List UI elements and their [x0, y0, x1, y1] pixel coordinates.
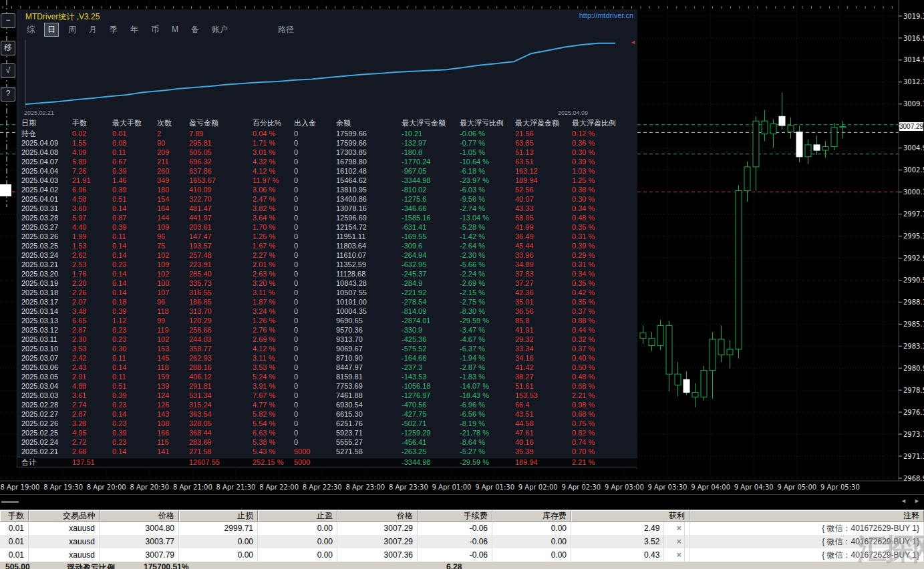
stats-cell: 120.29 — [185, 316, 249, 325]
stats-cell: 2.87 — [68, 325, 108, 335]
stats-cell: 118 — [153, 363, 185, 372]
menu-item-周[interactable]: 周 — [65, 23, 79, 36]
table-row[interactable]: 0.01xauusd3003.770.000.003007.29-0.060.0… — [0, 535, 924, 548]
stats-col-header: 最大浮盈金额 — [511, 118, 568, 128]
scroll-right-icon[interactable]: ► — [914, 498, 920, 504]
stats-cell: 291.81 — [185, 381, 249, 391]
table-row: 2025.02.263.280.23108328.055.54 %06251.7… — [17, 419, 637, 428]
positions-cell: 0.00 — [258, 522, 337, 535]
stats-cell: 0.48 % — [568, 372, 637, 381]
stats-cell: 109 — [153, 260, 185, 269]
stats-cell: 38.27 — [511, 372, 568, 381]
positions-col-header: 止损 — [179, 510, 258, 522]
table-row[interactable]: 0.01xauusd3007.790.000.003007.36-0.060.0… — [0, 548, 924, 562]
close-position-icon[interactable]: × — [672, 535, 685, 548]
stats-cell: -5.27 % — [456, 447, 511, 456]
stats-cell: 2 — [153, 129, 185, 138]
menu-item-日[interactable]: 日 — [45, 23, 58, 36]
stats-cell: 153 — [153, 344, 185, 353]
minimize-button[interactable]: − — [1, 13, 15, 28]
stats-cell: 0.11 — [108, 148, 153, 157]
menu-item-路径[interactable]: 路径 — [275, 23, 297, 36]
scroll-left-icon[interactable]: ◄ — [901, 498, 907, 504]
positions-table-body: 0.01xauusd3004.802999.710.003007.29-0.06… — [0, 522, 924, 562]
stats-col-header: 手数 — [68, 118, 108, 128]
stats-cell: 0.39 — [108, 166, 153, 176]
menu-item-综[interactable]: 综 — [24, 23, 37, 36]
stats-cell: 145 — [153, 353, 185, 363]
positions-cell: 0.01 — [0, 535, 29, 548]
stats-cell: 0.39 — [108, 222, 153, 232]
stats-cell: 0.01 — [108, 129, 153, 138]
menu-item-账户[interactable]: 账户 — [209, 23, 230, 36]
stats-cell: 0 — [290, 166, 332, 176]
positions-cell: 3003.77 — [100, 535, 179, 548]
positions-cell: 0.00 — [258, 535, 337, 548]
stats-cell: 11352.59 — [332, 260, 398, 269]
positions-cell: 0.01 — [0, 548, 29, 562]
stats-cell: 163.12 — [511, 166, 568, 176]
positions-col-header: 手数 — [0, 510, 29, 522]
stats-cell: 3.64 % — [249, 213, 290, 222]
svg-text:8 Apr 23:30: 8 Apr 23:30 — [389, 484, 428, 491]
menu-item-备[interactable]: 备 — [188, 23, 202, 36]
stats-cell: 45.44 — [511, 241, 568, 250]
stats-cell: 2025.02.27 — [17, 409, 68, 419]
stats-cell: 2025.03.06 — [17, 363, 68, 372]
menu-item-币[interactable]: 币 — [148, 23, 162, 36]
table-row[interactable]: 0.01xauusd3004.802999.710.003007.29-0.06… — [0, 522, 924, 535]
menu-item-月[interactable]: 月 — [86, 23, 100, 36]
close-position-icon[interactable]: × — [672, 548, 685, 562]
stats-cell: 315.24 — [185, 400, 249, 409]
stats-cell: -8.30 % — [456, 307, 511, 316]
stats-cell: 0.12 % — [568, 129, 637, 138]
stats-cell: -237.3 — [398, 363, 456, 372]
stats-cell: 0 — [290, 297, 332, 307]
stats-cell: 3.61 — [68, 391, 108, 400]
stats-cell: 2025.04.08 — [17, 148, 68, 157]
help-button[interactable]: ? — [1, 87, 15, 102]
panel-link[interactable]: http://mtdriver.cn — [579, 11, 633, 19]
stats-cell: 193.57 — [185, 241, 249, 250]
confirm-button[interactable]: √ — [1, 63, 15, 78]
move-button[interactable]: 移 — [1, 41, 15, 55]
menu-item-M[interactable]: M — [169, 24, 181, 35]
panel-collapse-icon[interactable]: ◄ — [630, 39, 636, 45]
stats-cell: 99 — [153, 316, 185, 325]
stats-cell: -3344.98 — [398, 457, 456, 467]
stats-cell: 0.37 % — [568, 307, 637, 316]
stats-col-header: 最大浮亏比例 — [456, 118, 511, 128]
positions-cell: 0.00 — [492, 522, 571, 535]
scrollbar-thumb[interactable] — [1, 501, 19, 503]
stats-cell: 7753.69 — [332, 381, 398, 391]
svg-text:9 Apr 02:00: 9 Apr 02:00 — [518, 484, 558, 491]
chart-scrollbar[interactable]: ◄ ► — [0, 494, 924, 510]
stats-col-header: 最大浮盈比例 — [568, 118, 637, 128]
stats-cell: -1770.24 — [398, 157, 456, 166]
menu-item-年[interactable]: 年 — [128, 23, 141, 36]
stats-cell: 260 — [153, 166, 185, 176]
stats-cell: -631.41 — [398, 222, 456, 232]
stats-col-header: 余额 — [332, 118, 398, 128]
stats-cell: 2025.03.25 — [17, 241, 68, 250]
stats-cell: 36.49 — [511, 232, 568, 241]
close-position-icon[interactable]: × — [672, 522, 685, 535]
stats-cell: -2.15 % — [456, 288, 511, 297]
stats-cell: 0.39 — [108, 307, 153, 316]
stats-cell: 0.67 — [108, 157, 153, 166]
stats-cell: 9313.70 — [332, 335, 398, 344]
stats-cell: 481.47 — [185, 204, 249, 213]
stats-cell: -0.77 % — [456, 138, 511, 148]
table-row: 2025.04.026.960.39180410.093.06 %013810.… — [17, 185, 637, 194]
table-row: 2025.03.044.880.51139291.813.91 %07753.6… — [17, 381, 637, 391]
stats-cell: -1259.29 — [398, 428, 456, 437]
table-row: 2025.03.212.530.23109223.912.01 %011352.… — [17, 260, 637, 269]
menu-item-季[interactable]: 季 — [107, 23, 120, 36]
stats-cell: 0 — [290, 129, 332, 138]
stats-cell: 102 — [153, 250, 185, 260]
stats-cell: 107 — [153, 288, 185, 297]
table-row: 2025.03.136.651.1299120.291.26 %09690.65… — [17, 316, 637, 325]
stats-cell: 2025.03.21 — [17, 260, 68, 269]
stats-cell: 11128.68 — [332, 269, 398, 278]
stats-cell: -632.95 — [398, 260, 456, 269]
